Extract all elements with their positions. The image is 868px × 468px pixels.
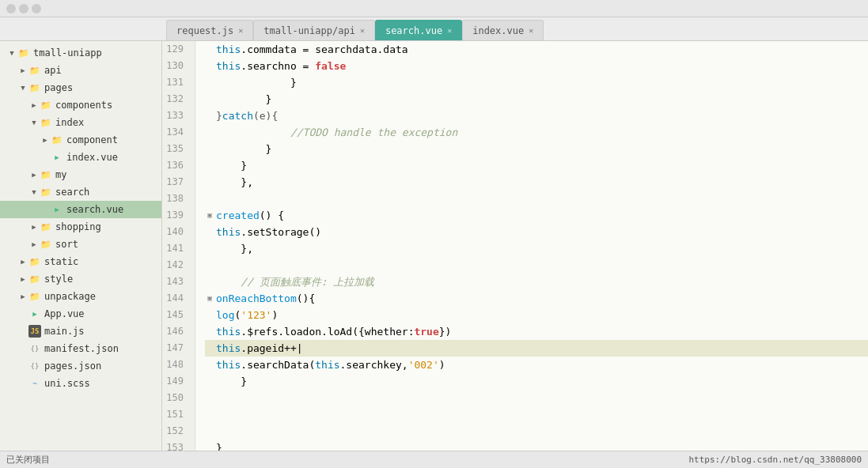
- line-number-153: 153: [162, 440, 188, 451]
- sidebar-item-app-vue[interactable]: ▶App.vue: [0, 305, 161, 323]
- code-line-141: },: [205, 240, 868, 257]
- sidebar-item-search-vue[interactable]: ▶search.vue: [0, 201, 161, 218]
- arrow-icon: ▶: [40, 134, 51, 145]
- sidebar-item-label: search: [55, 187, 89, 198]
- status-bar: 已关闭项目 https://blog.csdn.net/qq_33808000: [0, 451, 868, 468]
- js-icon: JS: [28, 325, 41, 338]
- folder-icon: 📁: [40, 186, 52, 198]
- line-number-142: 142: [162, 257, 188, 274]
- folder-icon: 📁: [51, 134, 63, 146]
- sidebar-item-my[interactable]: ▶📁my: [0, 166, 161, 183]
- line-number-139: 139: [162, 207, 188, 224]
- code-line-142: [205, 257, 868, 274]
- sidebar-item-pages[interactable]: ▼📁pages: [0, 79, 161, 96]
- arrow-icon: ▶: [28, 221, 40, 232]
- collapse-icon[interactable]: ▣: [205, 294, 214, 304]
- sidebar-item-label: sort: [55, 239, 78, 250]
- tab-tmall-api[interactable]: tmall-uniapp/api✕: [253, 20, 375, 40]
- collapse-icon[interactable]: ▣: [205, 211, 214, 221]
- tab-close-icon[interactable]: ✕: [447, 26, 452, 35]
- sidebar-item-label: pages: [44, 82, 73, 93]
- spacer: [17, 378, 28, 389]
- sidebar-item-pages-json[interactable]: {}pages.json: [0, 357, 161, 375]
- arrow-icon: ▶: [28, 169, 40, 180]
- sidebar-item-label: uni.scss: [44, 378, 90, 389]
- line-number-129: 129: [162, 41, 188, 58]
- sidebar-item-search[interactable]: ▼📁search: [0, 183, 161, 201]
- sidebar-item-label: component: [66, 134, 118, 145]
- sidebar-item-sort[interactable]: ▶📁sort: [0, 236, 161, 253]
- sidebar-item-label: components: [55, 100, 112, 111]
- json-icon: {}: [28, 360, 41, 372]
- code-line-149: }: [205, 373, 868, 390]
- vue-icon: ▶: [28, 308, 41, 320]
- arrow-icon: ▼: [28, 117, 40, 128]
- tab-close-icon[interactable]: ✕: [238, 26, 243, 35]
- spacer: [17, 308, 28, 319]
- sidebar-item-uni-css[interactable]: ~uni.scss: [0, 375, 161, 392]
- folder-icon: 📁: [40, 99, 52, 111]
- sidebar-item-shopping[interactable]: ▶📁shopping: [0, 218, 161, 236]
- folder-icon: 📁: [28, 273, 41, 285]
- line-number-148: 148: [162, 357, 188, 373]
- sidebar-item-main-js[interactable]: JSmain.js: [0, 323, 161, 340]
- status-right: https://blog.csdn.net/qq_33808000: [688, 455, 862, 465]
- code-line-130: this.searchno = false: [205, 58, 868, 74]
- code-line-151: [205, 406, 868, 423]
- code-line-148: this.searchData(this.searchkey,'002'): [205, 357, 868, 373]
- root-label: tmall-uniapp: [33, 47, 102, 58]
- sidebar-item-api[interactable]: ▶📁api: [0, 62, 161, 79]
- sidebar-item-label: my: [55, 169, 66, 180]
- folder-icon: 📁: [40, 116, 52, 129]
- line-number-143: 143: [162, 274, 188, 290]
- status-left: 已关闭项目: [6, 454, 50, 466]
- sidebar-item-index-vue[interactable]: ▶index.vue: [0, 149, 161, 166]
- folder-icon: 📁: [40, 168, 52, 181]
- sidebar-item-component[interactable]: ▶📁component: [0, 131, 161, 149]
- line-number-140: 140: [162, 224, 188, 240]
- line-numbers: 1291301311321331341351361371381391401411…: [162, 41, 195, 451]
- line-number-152: 152: [162, 423, 188, 440]
- sidebar-item-style[interactable]: ▶📁style: [0, 270, 161, 288]
- sidebar-item-label: App.vue: [44, 308, 85, 319]
- sidebar-item-label: pages.json: [44, 360, 101, 372]
- line-number-138: 138: [162, 191, 188, 207]
- code-line-150: [205, 390, 868, 406]
- sidebar-item-components[interactable]: ▶📁components: [0, 96, 161, 114]
- code-line-134: //TODO handle the exception: [205, 124, 868, 141]
- line-number-151: 151: [162, 406, 188, 423]
- top-bar: [0, 0, 868, 17]
- expand-icon: ▼: [6, 47, 17, 58]
- sidebar-item-static[interactable]: ▶📁static: [0, 253, 161, 270]
- arrow-icon: ▶: [17, 274, 28, 285]
- tab-request-js[interactable]: request.js✕: [166, 20, 253, 40]
- code-line-132: }: [205, 91, 868, 108]
- sidebar-item-unpackage[interactable]: ▶📁unpackage: [0, 288, 161, 305]
- sidebar-item-label: unpackage: [44, 291, 96, 302]
- code-line-137: },: [205, 174, 868, 191]
- sidebar-item-manifest[interactable]: {}manifest.json: [0, 340, 161, 357]
- sidebar-item-label: index: [55, 117, 84, 128]
- sidebar-item-label: style: [44, 274, 73, 285]
- line-number-131: 131: [162, 74, 188, 91]
- sidebar-root[interactable]: ▼📁tmall-uniapp: [0, 44, 161, 62]
- arrow-icon: ▼: [28, 187, 40, 198]
- line-number-146: 146: [162, 323, 188, 340]
- folder-icon: 📁: [28, 81, 41, 94]
- arrow-icon: ▶: [17, 65, 28, 76]
- code-line-129: this.commdata = searchdata.data: [205, 41, 868, 58]
- line-number-137: 137: [162, 174, 188, 191]
- folder-icon: 📁: [28, 290, 41, 303]
- sidebar-item-label: shopping: [55, 221, 101, 232]
- arrow-icon: ▶: [17, 291, 28, 302]
- arrow-icon: ▶: [17, 256, 28, 267]
- code-editor[interactable]: 1291301311321331341351361371381391401411…: [162, 41, 868, 451]
- tab-close-icon[interactable]: ✕: [529, 26, 533, 35]
- sidebar-item-index[interactable]: ▼📁index: [0, 114, 161, 131]
- tab-search-vue[interactable]: search.vue✕: [375, 20, 462, 40]
- tab-close-icon[interactable]: ✕: [360, 26, 365, 35]
- tab-index-vue[interactable]: index.vue✕: [462, 20, 544, 40]
- line-number-136: 136: [162, 157, 188, 174]
- sidebar: ▼📁tmall-uniapp▶📁api▼📁pages▶📁components▼📁…: [0, 41, 162, 451]
- spacer: [40, 152, 51, 163]
